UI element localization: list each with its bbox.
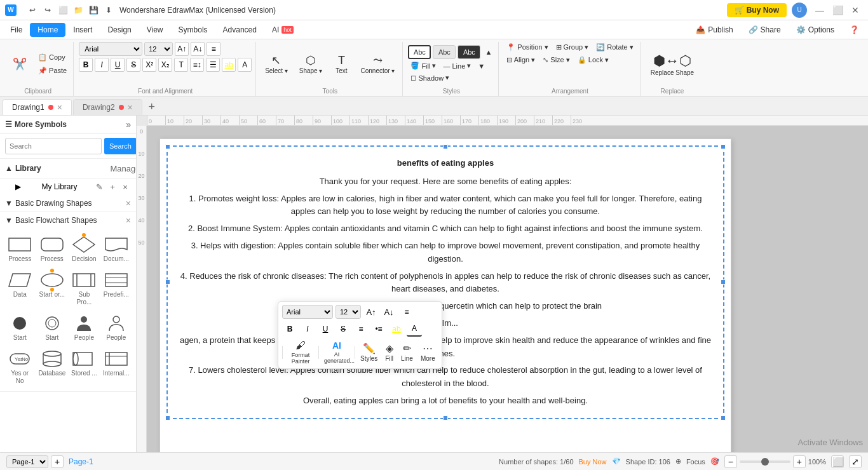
shape-decision[interactable]: Decision	[69, 232, 98, 265]
ft-font-select[interactable]: Arial	[282, 305, 333, 319]
tab-drawing1[interactable]: Drawing1 ×	[3, 99, 72, 115]
menu-home[interactable]: Home	[30, 23, 65, 37]
align-btn[interactable]: ⊟ Align ▾	[504, 55, 538, 65]
menu-advanced[interactable]: Advanced	[215, 23, 264, 37]
ft-size-select[interactable]: 12	[336, 305, 361, 319]
text-box[interactable]: benefits of eating apples Thank you for …	[166, 145, 724, 419]
save-btn[interactable]: 💾	[86, 3, 100, 17]
shape-btn[interactable]: ⬡ Shape ▾	[295, 52, 327, 77]
add-tab-btn[interactable]: +	[144, 98, 160, 115]
sidebar-collapse-btn[interactable]: »	[126, 119, 131, 130]
zoom-slider[interactable]	[740, 460, 790, 463]
page-select[interactable]: Page-1	[6, 455, 48, 468]
replace-shape-btn[interactable]: ⬢↔⬡ Replace Shape	[646, 50, 699, 79]
handle-bot-right[interactable]	[721, 415, 726, 420]
my-library-close-btn[interactable]: ×	[119, 181, 131, 192]
fill-btn[interactable]: 🪣 Fill ▾	[408, 60, 438, 71]
shape-internal[interactable]: Internal...	[102, 347, 131, 387]
style-box-1[interactable]: Abc	[408, 45, 431, 59]
ft-increase-font[interactable]: A↑	[363, 304, 379, 319]
new-btn[interactable]: ⬜	[56, 3, 70, 17]
handle-top-right[interactable]	[721, 144, 726, 149]
zoom-out-btn[interactable]: −	[724, 455, 737, 468]
add-page-btn[interactable]: +	[51, 455, 64, 468]
ft-highlight[interactable]: ab	[389, 321, 404, 337]
search-input[interactable]	[5, 138, 102, 154]
shape-process-1[interactable]: Process	[5, 232, 34, 265]
search-button[interactable]: Search	[104, 138, 137, 154]
handle-top-mid[interactable]	[443, 144, 448, 149]
rotate-btn[interactable]: 🔄 Rotate ▾	[593, 42, 636, 53]
ft-italic[interactable]: I	[300, 321, 315, 337]
zoom-in-btn[interactable]: +	[793, 455, 806, 468]
underline-btn[interactable]: U	[111, 58, 125, 72]
help-btn[interactable]: ❓	[843, 24, 865, 36]
user-avatar[interactable]: U	[792, 3, 807, 18]
redo-btn[interactable]: ↪	[41, 3, 55, 17]
ft-underline[interactable]: U	[318, 321, 333, 337]
tab-drawing2-close[interactable]: ×	[128, 102, 133, 112]
style-scroll-down[interactable]: ▼	[475, 61, 487, 71]
font-color-btn[interactable]: A	[238, 58, 252, 72]
menu-design[interactable]: Design	[100, 23, 139, 37]
shape-database[interactable]: Database	[37, 347, 67, 387]
text-style-btn[interactable]: T	[174, 58, 188, 72]
style-scroll-up[interactable]: ▲	[482, 45, 494, 59]
basic-flowchart-shapes-header[interactable]: ▼ Basic Flowchart Shapes ×	[0, 212, 136, 229]
handle-bot-left[interactable]	[165, 415, 170, 420]
shape-subprocess[interactable]: Sub Pro...	[69, 268, 98, 309]
handle-top-left[interactable]	[165, 144, 170, 149]
handle-bot-mid[interactable]	[443, 415, 448, 420]
my-library-add-btn[interactable]: +	[107, 181, 118, 192]
tab-drawing2[interactable]: Drawing2 ×	[73, 99, 142, 115]
tab-drawing1-close[interactable]: ×	[57, 102, 62, 112]
menu-insert[interactable]: Insert	[65, 23, 100, 37]
ft-more-tool[interactable]: ⋯ More	[418, 341, 438, 363]
connector-btn[interactable]: ⤳ Connector ▾	[356, 52, 398, 77]
focus-label[interactable]: Focus	[686, 458, 705, 466]
ft-ai-tool[interactable]: AI AI generated...	[322, 339, 352, 365]
maximize-btn[interactable]: ⬜	[830, 3, 845, 18]
ft-strikethrough[interactable]: S	[336, 321, 351, 337]
font-family-select[interactable]: Arial	[79, 42, 142, 56]
font-size-select[interactable]: 12	[144, 42, 173, 56]
superscript-btn[interactable]: X²	[142, 58, 156, 72]
lock-btn[interactable]: 🔒 Lock ▾	[575, 55, 611, 65]
close-btn[interactable]: ✕	[848, 3, 863, 18]
shape-start-circle[interactable]: Start	[5, 311, 34, 344]
undo-btn[interactable]: ↩	[25, 3, 39, 17]
fullscreen-btn[interactable]: ⤢	[849, 455, 862, 468]
shape-start-circle-outline[interactable]: Start	[37, 311, 67, 344]
text-btn[interactable]: T Text	[330, 52, 353, 77]
ft-list[interactable]: ≡	[353, 321, 369, 337]
ft-font-color[interactable]: A	[407, 321, 422, 337]
basic-flowchart-close-btn[interactable]: ×	[126, 215, 131, 225]
strikethrough-btn[interactable]: S	[126, 58, 140, 72]
copy-btn[interactable]: 📋 Copy	[36, 52, 69, 63]
select-btn[interactable]: ↖ Select ▾	[261, 52, 292, 77]
minimize-btn[interactable]: —	[812, 3, 827, 18]
align-btn[interactable]: ≡	[207, 42, 220, 56]
cut-btn[interactable]: ✂️	[6, 56, 33, 72]
bold-btn[interactable]: B	[79, 58, 93, 72]
position-btn[interactable]: 📍 Position ▾	[504, 42, 550, 53]
menu-view[interactable]: View	[139, 23, 171, 37]
style-box-3[interactable]: Abc	[458, 45, 480, 59]
handle-left-mid[interactable]	[165, 279, 170, 285]
share-btn[interactable]: 🔗 Share	[742, 24, 787, 36]
shape-people-2[interactable]: People	[102, 311, 131, 344]
active-page-tab[interactable]: Page-1	[69, 457, 93, 466]
buy-now-status[interactable]: Buy Now	[579, 458, 607, 466]
handle-right-mid[interactable]	[721, 279, 726, 285]
group-btn[interactable]: ⊞ Group ▾	[553, 42, 592, 53]
decrease-font-btn[interactable]: A↓	[191, 42, 205, 56]
ft-styles-tool[interactable]: ✏️ Styles	[358, 341, 380, 363]
menu-symbols[interactable]: Symbols	[171, 23, 215, 37]
shadow-btn[interactable]: ◻ Shadow ▾	[408, 72, 452, 83]
publish-btn[interactable]: 📤 Publish	[689, 24, 739, 36]
subscript-btn[interactable]: X₂	[158, 58, 172, 72]
list-btn[interactable]: ☰	[206, 58, 220, 72]
my-library-item[interactable]: ▶ My Library ✎ + ×	[0, 178, 136, 195]
ft-line-tool[interactable]: ✏ Line	[398, 341, 416, 363]
buy-now-button[interactable]: 🛒 Buy Now	[727, 3, 787, 17]
